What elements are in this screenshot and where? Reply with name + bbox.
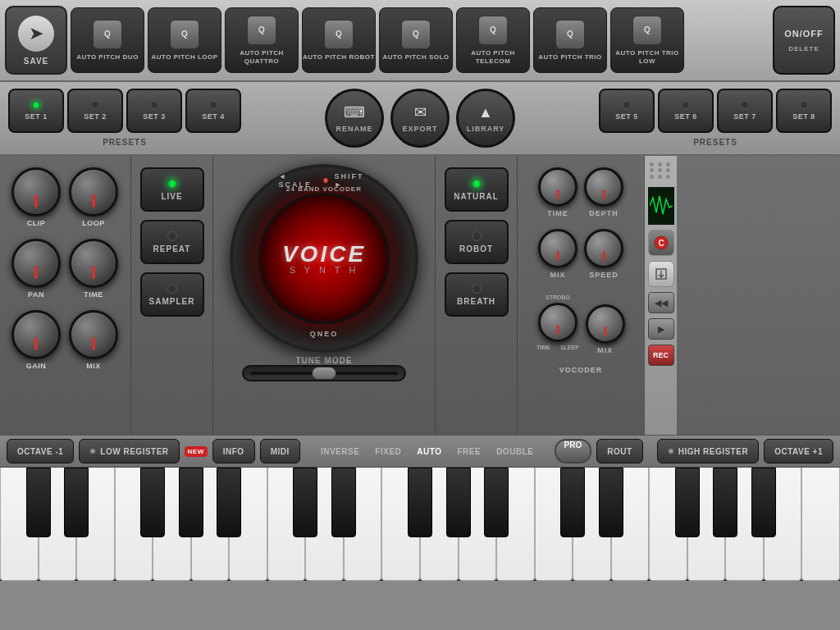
high-register-button[interactable]: HIGH REGISTER bbox=[657, 439, 759, 463]
tune-modes-group: INVERSE FIXED AUTO FREE DOUBLE bbox=[314, 439, 540, 463]
black-key-oct0-pos6[interactable] bbox=[217, 468, 241, 537]
black-key-oct1-pos1[interactable] bbox=[293, 468, 317, 537]
tune-slider[interactable] bbox=[242, 365, 406, 381]
preset-item-5[interactable]: Q AUTO PITCH TELECOM bbox=[456, 7, 530, 73]
black-key-oct1-pos4[interactable] bbox=[408, 468, 432, 537]
action-button-library[interactable]: ▲ LIBRARY bbox=[456, 89, 515, 148]
breath-button[interactable]: BREATH bbox=[445, 272, 509, 317]
black-key-oct0-pos2[interactable] bbox=[64, 468, 89, 537]
left-set-button-3[interactable]: SET 3 bbox=[126, 89, 182, 133]
preset-item-2[interactable]: Q AUTO PITCH QUATTRO bbox=[225, 7, 299, 73]
bottom-controls: OCTAVE -1 LOW REGISTER NEW INFO MIDI INV… bbox=[0, 435, 840, 468]
mix-knob-left[interactable]: MIX bbox=[69, 310, 118, 370]
natural-button[interactable]: NATURAL bbox=[445, 167, 509, 212]
black-key-oct2-pos5[interactable] bbox=[713, 468, 737, 537]
preset-item-7[interactable]: Q AUTO PITCH TRIO LOW bbox=[610, 7, 684, 73]
high-register-label: HIGH REGISTER bbox=[678, 447, 748, 456]
mix-knob-left-body[interactable] bbox=[69, 310, 118, 359]
mix-knob-bottom[interactable]: MIX bbox=[586, 290, 625, 354]
double-mode-button[interactable]: DOUBLE bbox=[490, 439, 540, 463]
free-mode-button[interactable]: FREE bbox=[450, 439, 487, 463]
gain-knob-body[interactable] bbox=[11, 310, 61, 359]
time-knob-bottom[interactable]: STROBO TIME SLEEP bbox=[536, 294, 579, 350]
black-key-oct2-pos1[interactable] bbox=[560, 468, 585, 537]
left-presets-buttons: SET 1 SET 2 SET 3 SET 4 bbox=[8, 89, 241, 133]
time-knob-bottom-body[interactable] bbox=[538, 303, 578, 342]
loop-knob-body[interactable] bbox=[69, 167, 118, 217]
save-label: SAVE bbox=[24, 57, 49, 66]
tune-slider-thumb[interactable] bbox=[312, 367, 336, 380]
midi-button[interactable]: MIDI bbox=[260, 439, 300, 463]
depth-knob[interactable]: DEPTH bbox=[584, 167, 623, 217]
black-key-oct0-pos5[interactable] bbox=[179, 468, 203, 537]
left-set-button-2[interactable]: SET 2 bbox=[67, 89, 123, 133]
info-button[interactable]: INFO bbox=[212, 439, 255, 463]
robot-button[interactable]: ROBOT bbox=[445, 220, 509, 264]
time-knob-left-body[interactable] bbox=[69, 239, 118, 288]
left-set-button-4[interactable]: SET 4 bbox=[185, 89, 241, 133]
export-icon-button[interactable] bbox=[648, 261, 674, 287]
preset-item-3[interactable]: Q AUTO PITCH ROBOT bbox=[302, 7, 376, 73]
black-key-oct1-pos5[interactable] bbox=[446, 468, 471, 537]
rewind-button[interactable]: ◀◀ bbox=[648, 292, 674, 313]
depth-knob-body[interactable] bbox=[584, 167, 623, 207]
low-register-button[interactable]: LOW REGISTER bbox=[79, 439, 179, 463]
gain-knob[interactable]: GAIN bbox=[11, 310, 61, 370]
mix-knob-right-body[interactable] bbox=[538, 229, 578, 268]
time-knob-left[interactable]: TIME bbox=[69, 239, 118, 299]
black-key-oct0-pos1[interactable] bbox=[26, 468, 51, 537]
repeat-button[interactable]: REPEAT bbox=[140, 220, 204, 264]
right-set-button-5[interactable]: SET 5 bbox=[599, 89, 655, 133]
black-key-oct2-pos6[interactable] bbox=[751, 468, 776, 537]
loop-knob[interactable]: LOOP bbox=[69, 167, 118, 227]
black-key-oct1-pos6[interactable] bbox=[484, 468, 509, 537]
play-button[interactable]: ▶ bbox=[648, 318, 674, 340]
preset-item-4[interactable]: Q AUTO PITCH SOLO bbox=[379, 7, 453, 73]
preset-item-6[interactable]: Q AUTO PITCH TRIO bbox=[533, 7, 607, 73]
clip-knob[interactable]: CLIP bbox=[11, 167, 61, 227]
delete-button[interactable]: ON/OFF DELETE bbox=[773, 6, 835, 75]
octave-plus-button[interactable]: OCTAVE +1 bbox=[764, 439, 833, 463]
robot-led bbox=[472, 231, 482, 241]
pro-button[interactable]: PRO bbox=[555, 439, 592, 463]
right-set-button-7[interactable]: SET 7 bbox=[717, 89, 773, 133]
right-set-led-6 bbox=[682, 101, 690, 109]
preset-item-0[interactable]: Q AUTO PITCH DUO bbox=[71, 7, 144, 73]
mix-knob-right[interactable]: MIX bbox=[538, 229, 578, 279]
right-set-button-8[interactable]: SET 8 bbox=[776, 89, 832, 133]
black-key-oct2-pos2[interactable] bbox=[599, 468, 623, 537]
time-knob-right-body[interactable] bbox=[538, 167, 578, 207]
left-presets-label: PRESETS bbox=[103, 138, 147, 147]
black-key-oct0-pos4[interactable] bbox=[140, 468, 165, 537]
speed-knob-body[interactable] bbox=[584, 229, 623, 268]
white-key-21[interactable] bbox=[801, 468, 840, 581]
pan-knob[interactable]: PAN bbox=[11, 239, 61, 299]
preset-item-1[interactable]: Q AUTO PITCH LOOP bbox=[148, 7, 221, 73]
auto-mode-button[interactable]: AUTO bbox=[410, 439, 448, 463]
left-presets-group: SET 1 SET 2 SET 3 SET 4 PRESETS bbox=[8, 89, 241, 147]
fixed-mode-button[interactable]: FIXED bbox=[368, 439, 408, 463]
left-set-button-1[interactable]: SET 1 bbox=[8, 89, 64, 133]
black-key-oct1-pos2[interactable] bbox=[331, 468, 356, 537]
inverse-mode-button[interactable]: INVERSE bbox=[314, 439, 366, 463]
speed-knob[interactable]: SPEED bbox=[584, 229, 623, 279]
time-knob-right[interactable]: TIME bbox=[538, 167, 578, 217]
vocoder-ring[interactable]: ◄ SCALE SHIFT ► 24 BAND VOCODER QNEO VOI… bbox=[230, 164, 418, 353]
right-set-button-6[interactable]: SET 6 bbox=[658, 89, 714, 133]
waveform-display bbox=[648, 187, 674, 225]
black-key-oct2-pos4[interactable] bbox=[675, 468, 700, 537]
octave-minus-button[interactable]: OCTAVE -1 bbox=[7, 439, 74, 463]
action-button-export[interactable]: ✉ EXPORT bbox=[390, 89, 450, 148]
cubase-icon-button[interactable]: C bbox=[648, 230, 674, 256]
sampler-button[interactable]: SAMPLER bbox=[140, 272, 204, 317]
rout-button[interactable]: ROUT bbox=[596, 439, 642, 463]
right-set-label-5: SET 5 bbox=[615, 112, 638, 121]
left-set-led-1 bbox=[32, 101, 40, 109]
save-button[interactable]: ➤ SAVE bbox=[5, 6, 67, 75]
clip-knob-body[interactable] bbox=[11, 167, 61, 217]
pan-knob-body[interactable] bbox=[11, 239, 61, 288]
mix-knob-bottom-body[interactable] bbox=[586, 304, 625, 344]
live-button[interactable]: LIVE bbox=[140, 167, 204, 212]
rec-button[interactable]: REC bbox=[648, 345, 674, 366]
action-button-rename[interactable]: ⌨ RENAME bbox=[325, 89, 384, 148]
